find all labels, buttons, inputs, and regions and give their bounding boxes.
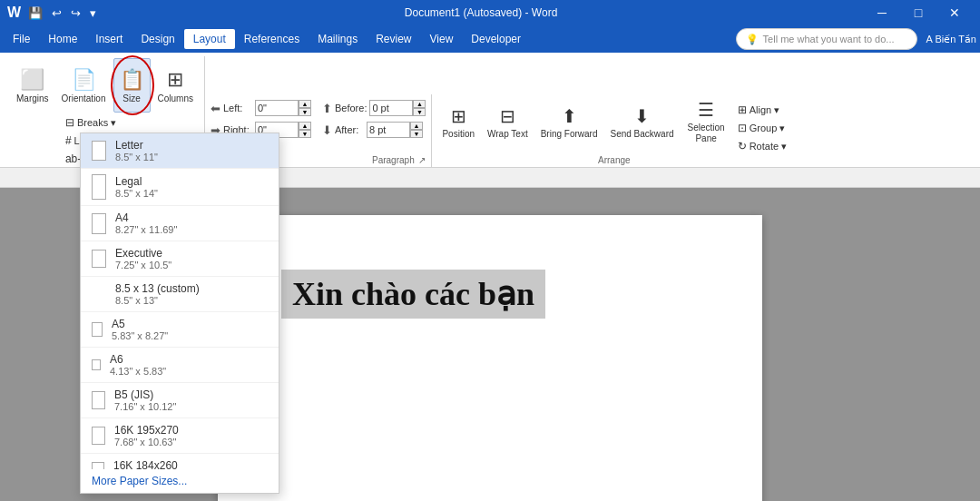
size-option-16k195[interactable]: 16K 195x270 7.68" x 10.63" [81,418,279,454]
group-btn[interactable]: ⊡ Group ▾ [734,120,790,136]
tell-me-bar[interactable]: 💡 Tell me what you want to do... [736,28,917,50]
indent-right-up[interactable]: ▲ [299,122,311,130]
word-icon: W [7,5,21,21]
breaks-btn[interactable]: ⊟ Breaks ▾ [62,114,152,131]
size-option-legal[interactable]: Legal 8.5" x 14" [81,169,279,206]
spacing-after-group: ⬇ After: ▲ ▼ [322,122,426,138]
ribbon-wrapper: ⬜ Margins 📄 Orientation 📋 Size ⊞ Col [0,53,980,168]
indent-right-down[interactable]: ▼ [299,130,311,138]
redo-btn[interactable]: ↪ [69,5,83,22]
spacing-after-input[interactable] [367,122,410,138]
executive-text: Executive 7.25" x 10.5" [115,247,172,270]
size-option-a4[interactable]: A4 8.27" x 11.69" [81,206,279,241]
selection-pane-btn[interactable]: ☰ SelectionPane [682,94,730,149]
spacing-before-up[interactable]: ▲ [413,100,426,108]
margins-icon: ⬜ [20,68,44,92]
title-bar: W 💾 ↩ ↪ ▾ Document1 (Autosaved) - Word ─… [0,0,980,25]
size-option-b5[interactable]: B5 (JIS) 7.16" x 10.12" [81,383,279,418]
selection-pane-icon: ☰ [698,99,714,121]
legal-text: Legal 8.5" x 14" [115,175,158,199]
qa-dropdown[interactable]: ▾ [88,5,98,22]
document-text: Xin chào các bạn [292,276,534,312]
wrap-text-btn[interactable]: ⊟ Wrap Text [483,94,533,149]
paragraph-group-label: Paragraph [372,155,415,165]
menu-references[interactable]: References [235,29,309,49]
columns-icon: ⊞ [167,68,183,92]
tell-me-placeholder: Tell me what you want to do... [763,34,895,44]
b5-page-icon [92,391,105,409]
save-quick-btn[interactable]: 💾 [26,5,44,22]
rotate-icon: ↻ [738,140,747,152]
send-backward-btn[interactable]: ⬇ Send Backward [605,94,678,149]
spacing-before-down[interactable]: ▼ [413,108,426,116]
size-dropdown: Letter 8.5" x 11" Legal 8.5" x 14" A4 8.… [80,133,279,494]
position-icon: ⊞ [451,105,466,127]
spacing-after-down[interactable]: ▼ [410,130,423,138]
bring-forward-btn[interactable]: ⬆ Bring Forward [536,94,603,149]
position-btn[interactable]: ⊞ Position [437,94,479,149]
group-label: Group ▾ [750,123,786,134]
margins-btn[interactable]: ⬜ Margins [11,58,54,113]
custom-text: 8.5 x 13 (custom) 8.5" x 13" [115,282,200,306]
size-option-executive[interactable]: Executive 7.25" x 10.5" [81,241,279,277]
align-icon: ⊞ [738,103,747,116]
a5-name: A5 [112,318,168,330]
a6-dim: 4.13" x 5.83" [110,366,166,377]
close-btn[interactable]: ✕ [936,0,973,25]
menu-mailings[interactable]: Mailings [309,29,367,49]
size-option-a5[interactable]: A5 5.83" x 8.27" [81,312,279,348]
align-btn[interactable]: ⊞ Align ▾ [734,102,790,118]
undo-btn[interactable]: ↩ [50,5,64,22]
window-title: Document1 (Autosaved) - Word [98,6,864,19]
menu-design[interactable]: Design [132,29,183,49]
hyphenation-icon: ab- [65,152,81,165]
size-option-letter[interactable]: Letter 8.5" x 11" [81,133,279,169]
custom-dim: 8.5" x 13" [115,295,200,306]
spacing-before-spin-btns: ▲ ▼ [413,100,426,116]
more-paper-sizes-btn[interactable]: More Paper Sizes... [81,469,279,493]
spacing-before-input[interactable] [369,100,413,116]
size-option-a6[interactable]: A6 4.13" x 5.83" [81,348,279,383]
maximize-btn[interactable]: □ [900,0,936,25]
paragraph-dialog-launcher[interactable]: ↗ [418,155,426,167]
arrange-top-row: ⊞ Position ⊟ Wrap Text ⬆ Bring Forward ⬇… [437,94,790,154]
16k195-dim: 7.68" x 10.63" [114,437,179,447]
letter-text: Letter 8.5" x 11" [115,139,158,162]
quick-access-toolbar: W 💾 ↩ ↪ ▾ [7,5,98,22]
size-icon: 📋 [120,68,144,92]
menu-bar: File Home Insert Design Layout Reference… [0,25,980,53]
indent-left-spinner: ▲ ▼ [255,100,311,116]
size-option-custom[interactable]: 8.5 x 13 (custom) 8.5" x 13" [81,277,279,312]
rotate-btn[interactable]: ↻ Rotate ▾ [734,138,790,154]
orientation-label: Orientation [62,93,106,103]
16k195-page-icon [92,427,105,445]
executive-dim: 7.25" x 10.5" [115,260,172,270]
size-btn[interactable]: 📋 Size [113,58,151,113]
menu-home[interactable]: Home [39,29,86,49]
legal-page-icon [92,174,106,200]
16k195-text: 16K 195x270 7.68" x 10.63" [114,424,179,447]
selection-pane-label: SelectionPane [688,123,725,144]
indent-left-down[interactable]: ▼ [299,108,311,116]
indent-left-icon: ⬅ [211,102,220,115]
spacing-after-up[interactable]: ▲ [410,122,423,130]
menu-insert[interactable]: Insert [86,29,132,49]
send-backward-icon: ⬇ [634,105,650,127]
menu-view[interactable]: View [421,29,463,49]
indent-left-up[interactable]: ▲ [299,100,311,108]
menu-file[interactable]: File [4,29,39,49]
group-icon: ⊡ [738,122,747,134]
align-label: Align ▾ [750,104,780,116]
minimize-btn[interactable]: ─ [864,0,900,25]
indent-left-input[interactable] [255,100,299,116]
menu-layout[interactable]: Layout [184,29,235,49]
arrange-group: ⊞ Position ⊟ Wrap Text ⬆ Bring Forward ⬇… [434,94,796,167]
size-option-16k184[interactable]: 16K 184x260 7.24" x 10.24" [81,454,279,469]
line-numbers-icon: # [65,134,72,147]
columns-btn[interactable]: ⊞ Columns [152,58,199,113]
menu-developer[interactable]: Developer [462,29,530,49]
menu-review[interactable]: Review [367,29,420,49]
arrange-group-label: Arrange [437,155,790,167]
orientation-btn[interactable]: 📄 Orientation [56,58,112,113]
letter-page-icon [92,141,106,161]
